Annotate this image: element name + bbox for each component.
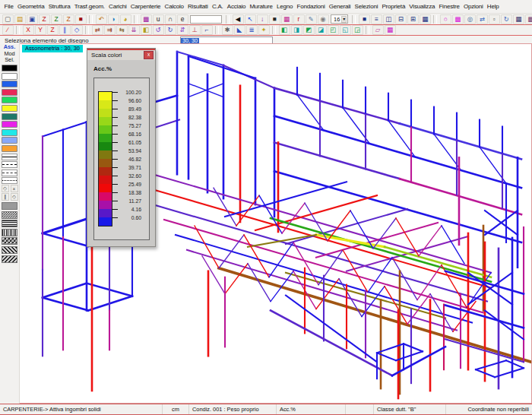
fill-tool-button[interactable]: ◧: [141, 25, 152, 35]
window-layout-rows-button[interactable]: ≡: [371, 14, 382, 24]
axis-y-button[interactable]: Y: [35, 25, 46, 35]
draw-line-button[interactable]: ∕: [2, 25, 14, 35]
menu-item-calcolo[interactable]: Calcolo: [163, 2, 185, 11]
menu-item-murature[interactable]: Murature: [248, 2, 275, 11]
window-layout-grid-button[interactable]: ▦: [420, 14, 431, 24]
sidebar-tool-1-0[interactable]: ∥: [2, 193, 9, 201]
menu-item-visualizza[interactable]: Visualizza: [407, 2, 437, 11]
dark-box-button[interactable]: ■: [269, 14, 280, 24]
hatch-pattern-swatch[interactable]: [2, 246, 17, 254]
open-folder-button[interactable]: ▤: [14, 14, 26, 24]
menu-item-propriet[interactable]: Proprietà: [380, 2, 407, 11]
color-swatch[interactable]: [2, 105, 17, 112]
sidebar-tool-0-0[interactable]: ◇: [2, 185, 9, 192]
drop-arrow-button[interactable]: ↓: [257, 14, 268, 24]
iso-view-5-button[interactable]: ◰: [328, 25, 339, 35]
menu-item-risultati[interactable]: Risultati: [185, 2, 210, 11]
zoom-extents-button[interactable]: ⇄: [477, 14, 488, 24]
eraser-solid-button[interactable]: ▱: [372, 25, 384, 35]
shaded-box-1-button[interactable]: ▦: [513, 14, 524, 24]
color-scale-dialog[interactable]: Scala colori x Acc.% 100.2096.6089.4982.…: [87, 48, 156, 247]
menu-item-struttura[interactable]: Struttura: [46, 2, 72, 11]
line-list-button[interactable]: ≣: [246, 25, 258, 35]
linestyle-dot-button[interactable]: [2, 177, 17, 184]
color-scale-titlebar[interactable]: Scala colori x: [87, 49, 155, 60]
menu-item-fondazioni[interactable]: Fondazioni: [295, 2, 327, 11]
hatch-pattern-swatch[interactable]: [2, 255, 17, 263]
hatch-pattern-swatch[interactable]: [2, 202, 17, 210]
history-button[interactable]: ◕: [120, 14, 131, 24]
axis-z-button[interactable]: Z: [47, 25, 59, 35]
rotate-tool-button[interactable]: ↺: [153, 25, 164, 35]
quick-value-input[interactable]: [190, 15, 222, 24]
menu-item-trasf-geom[interactable]: Trasf.geom.: [72, 2, 106, 11]
menu-item-carpenterie[interactable]: Carpenterie: [128, 2, 163, 11]
iso-view-1-button[interactable]: ◧: [279, 25, 290, 35]
linestyle-dash-button[interactable]: [2, 161, 17, 168]
zoom-previous-button[interactable]: ▫: [489, 14, 500, 24]
window-layout-cols-button[interactable]: ◫: [383, 14, 394, 24]
redraw-button[interactable]: ◑: [108, 14, 119, 24]
spin-tool-button[interactable]: ↻: [165, 25, 176, 35]
pattern-box-button[interactable]: ▦: [385, 25, 396, 35]
polygon-button[interactable]: ◇: [71, 25, 83, 35]
color-swatch[interactable]: [2, 81, 17, 87]
linestyle-dash2-button[interactable]: [2, 169, 17, 176]
color-swatch[interactable]: [2, 73, 17, 80]
fill-triangle-button[interactable]: ◀: [233, 14, 244, 24]
selection-exclude-button[interactable]: e: [177, 14, 188, 24]
parallel-lines-button[interactable]: ∥: [59, 25, 71, 35]
rotate-view-button[interactable]: ↻: [501, 14, 512, 24]
menu-item-opzioni[interactable]: Opzioni: [461, 2, 485, 11]
iso-view-4-button[interactable]: ◪: [315, 25, 327, 35]
iso-view-3-button[interactable]: ◩: [303, 25, 315, 35]
gear-button[interactable]: ✱: [222, 25, 233, 35]
axis-x-button[interactable]: X: [23, 25, 34, 35]
menu-item-finestre[interactable]: Finestre: [437, 2, 462, 11]
menu-item-acciaio[interactable]: Acciaio: [225, 2, 248, 11]
save-file-button[interactable]: ▣: [27, 14, 38, 24]
hatch-pattern-swatch[interactable]: [2, 211, 17, 219]
iso-view-7-button[interactable]: ◲: [352, 25, 363, 35]
menu-item-c-a[interactable]: C.A.: [210, 2, 225, 11]
iso-view-2-button[interactable]: ◨: [291, 25, 302, 35]
zoom-lens-button[interactable]: ◎: [464, 14, 476, 24]
window-layout-split-h-button[interactable]: ⊟: [395, 14, 407, 24]
color-swatch[interactable]: [2, 97, 17, 103]
color-swatch[interactable]: [2, 137, 17, 144]
menu-item-help[interactable]: Help: [485, 2, 501, 11]
hatch-pattern-swatch[interactable]: [2, 229, 17, 236]
color-swatch[interactable]: [2, 89, 17, 96]
node-labels-button[interactable]: r: [293, 14, 305, 24]
menu-item-legno[interactable]: Legno: [274, 2, 294, 11]
measure-tool-button[interactable]: ⌐: [201, 25, 213, 35]
view-config-mixed-button[interactable]: Z: [63, 14, 74, 24]
color-swatch[interactable]: [2, 129, 17, 136]
solid-view-button[interactable]: ■: [75, 14, 87, 24]
menu-item-selezioni[interactable]: Selezioni: [353, 2, 380, 11]
view-config-green-button[interactable]: Z: [51, 14, 62, 24]
color-swatch[interactable]: [2, 65, 17, 71]
menu-item-geometria[interactable]: Geometria: [15, 2, 46, 11]
color-swatch[interactable]: [2, 113, 17, 120]
selection-union-button[interactable]: u: [153, 14, 164, 24]
copy-tool-button[interactable]: ⇉: [104, 25, 116, 35]
iso-view-6-button[interactable]: ◱: [340, 25, 351, 35]
view-config-red-button[interactable]: Z: [39, 14, 50, 24]
offset-tool-button[interactable]: ⇊: [128, 25, 140, 35]
zoom-window-button[interactable]: ▩: [452, 14, 464, 24]
select-arrow-button[interactable]: ↖: [245, 14, 256, 24]
drawing-canvas[interactable]: Assonometria : 30, 30: [20, 43, 532, 404]
color-palette-button[interactable]: ▩: [141, 14, 152, 24]
color-swatch[interactable]: [2, 121, 17, 128]
undo-button[interactable]: ↶: [96, 14, 107, 24]
padlock-button[interactable]: ✦: [258, 25, 270, 35]
color-swatch[interactable]: [2, 145, 17, 152]
shaded-box-2-button[interactable]: ▩: [525, 14, 532, 24]
menu-item-generali[interactable]: Generali: [327, 2, 353, 11]
move-tool-button[interactable]: ⇄: [92, 25, 103, 35]
zoom-circle-button[interactable]: ○: [440, 14, 451, 24]
stretch-tool-button[interactable]: ⇵: [177, 25, 188, 35]
menu-item-carichi[interactable]: Carichi: [106, 2, 128, 11]
hatch-pattern-swatch[interactable]: [2, 220, 17, 227]
